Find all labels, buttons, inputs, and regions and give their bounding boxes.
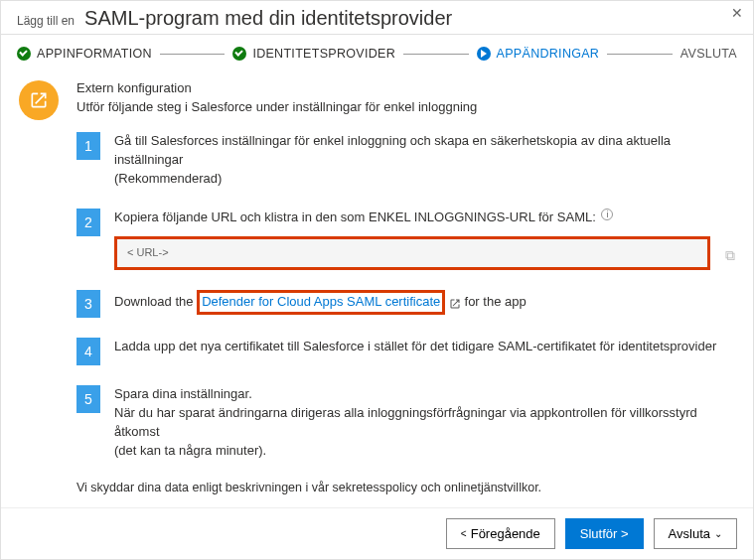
external-link-icon <box>19 80 59 120</box>
copy-icon[interactable]: ⧉ <box>725 245 735 265</box>
wizard-steps: APPINFORMATION IDENTITETSPROVIDER APPÄND… <box>1 35 753 67</box>
header-prefix: Lägg till en <box>17 14 75 28</box>
step-divider <box>403 54 469 55</box>
wizard-step-finish[interactable]: AVSLUTA <box>680 47 737 61</box>
wizard-step-label: APPÄNDRINGAR <box>497 47 600 61</box>
button-label: Avsluta <box>669 526 710 541</box>
close-icon[interactable]: ✕ <box>731 5 743 21</box>
external-link-icon <box>449 297 461 309</box>
wizard-step-label: IDENTITETSPROVIDER <box>252 47 395 61</box>
step-number: 3 <box>76 290 100 318</box>
step-number: 5 <box>76 385 100 413</box>
privacy-text: Vi skyddar dina data enligt beskrivninge… <box>76 481 735 494</box>
step-number: 2 <box>76 209 100 236</box>
dialog-footer: < Föregående Slutför > Avsluta ⌄ <box>1 507 753 559</box>
step-text: Download the <box>114 294 194 309</box>
wizard-step-idp[interactable]: IDENTITETSPROVIDER <box>232 47 395 61</box>
step-text: När du har sparat ändringarna dirigeras … <box>114 405 697 439</box>
step-divider <box>160 54 226 55</box>
step-number: 4 <box>76 338 100 365</box>
close-button[interactable]: Avsluta ⌄ <box>654 518 737 549</box>
info-icon[interactable]: i <box>601 209 613 220</box>
dialog-header: Lägg till en SAML-program med din identi… <box>1 1 753 35</box>
download-certificate-link[interactable]: Defender for Cloud Apps SAML certificate <box>197 290 445 315</box>
step-text-sub: (det kan ta några minuter). <box>114 443 266 458</box>
url-value: < URL-> <box>127 246 169 258</box>
section-heading: Extern konfiguration <box>76 80 477 95</box>
finish-button[interactable]: Slutför > <box>565 518 644 549</box>
checkmark-icon <box>17 47 31 61</box>
step-text: Gå till Salesforces inställningar för en… <box>114 133 671 167</box>
button-label: Slutför > <box>580 526 629 541</box>
step-text: Ladda upp det nya certifikatet till Sale… <box>114 339 716 353</box>
step-number: 1 <box>76 132 100 160</box>
step-text: Spara dina inställningar. <box>114 386 252 401</box>
step-divider <box>607 54 673 55</box>
wizard-step-label: APPINFORMATION <box>37 47 152 61</box>
step-text-sub: (Rekommenderad) <box>114 171 222 186</box>
step-text: Kopiera följande URL och klistra in den … <box>114 210 596 224</box>
sso-url-box[interactable]: < URL-> ⧉ <box>114 236 710 270</box>
button-label: Föregående <box>471 526 540 541</box>
section-subtext: Utför följande steg i Salesforce under i… <box>76 99 477 114</box>
page-title: SAML-program med din identitetsprovider <box>84 7 452 30</box>
chevron-down-icon: ⌄ <box>714 528 722 539</box>
wizard-step-appchanges[interactable]: APPÄNDRINGAR <box>477 47 600 61</box>
step-text: for the app <box>465 294 527 309</box>
wizard-step-appinfo[interactable]: APPINFORMATION <box>17 47 152 61</box>
play-icon <box>477 47 491 61</box>
checkmark-icon <box>232 47 246 61</box>
previous-button[interactable]: < Föregående <box>446 518 555 549</box>
wizard-step-label: AVSLUTA <box>680 47 737 61</box>
chevron-left-icon: < <box>461 528 467 539</box>
